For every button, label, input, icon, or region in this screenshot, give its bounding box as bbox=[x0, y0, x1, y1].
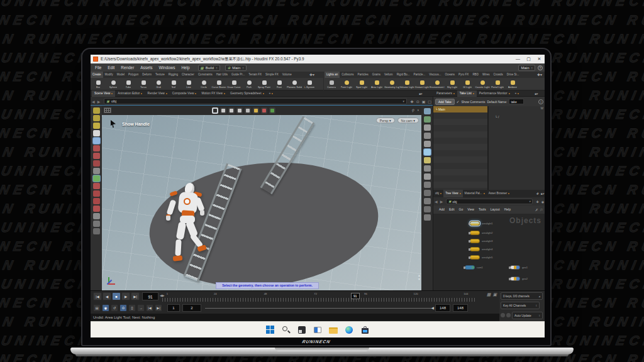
shelf-tab-lights-an[interactable]: Lights an bbox=[325, 72, 340, 78]
pane-tab-take-list[interactable]: Take List bbox=[457, 90, 477, 97]
network-menu-go[interactable]: Go bbox=[457, 206, 465, 214]
key-all-channels-dropdown[interactable]: Key All Channels↕ bbox=[501, 302, 540, 309]
network-editor-canvas[interactable]: Objects arealight1arealight2arealight3ar… bbox=[433, 214, 545, 290]
transport-button-2[interactable]: ■ bbox=[112, 292, 121, 300]
shelf-tab-modify[interactable]: Modify bbox=[103, 72, 115, 78]
global-end-field[interactable]: 148 bbox=[453, 304, 468, 312]
lightbulb-on-icon[interactable] bbox=[424, 149, 431, 155]
paint-select-icon[interactable] bbox=[253, 107, 259, 114]
shelf-tab-constraints[interactable]: Constraints bbox=[196, 72, 214, 78]
points-icon[interactable] bbox=[424, 190, 431, 196]
magnet-tool-icon-2[interactable] bbox=[93, 190, 100, 197]
shelf-tab-vellum[interactable]: Vellum bbox=[382, 72, 395, 78]
pane-tab-geometry-spreadsheet[interactable]: Geometry Spreadsheet bbox=[228, 90, 267, 97]
shelf-tab-polygon[interactable]: Polygon bbox=[126, 72, 140, 78]
shelf-tool-caustic-light[interactable]: Caustic Light bbox=[475, 78, 490, 90]
select-geometry-icon[interactable] bbox=[245, 107, 251, 114]
info-icon[interactable]: ◑ bbox=[416, 108, 419, 112]
transport-button-0[interactable]: |◀ bbox=[93, 292, 102, 300]
shelf-tool-torus[interactable]: Torus bbox=[136, 78, 151, 90]
snapshot-icon[interactable]: ▣ bbox=[421, 99, 427, 104]
keys-dropdown[interactable]: 0 keys, 0/0 channels▴ bbox=[501, 292, 543, 300]
add-shelf-tab-icon[interactable]: ✚▾ bbox=[308, 72, 316, 78]
shelf-tab-rbd[interactable]: RBD bbox=[470, 72, 480, 78]
network-path-field[interactable]: ▣ obj ▾ bbox=[446, 199, 533, 204]
back-arrow-icon[interactable]: ◀ bbox=[91, 99, 96, 104]
shelf-tab-guide-pr[interactable]: Guide Pr... bbox=[230, 72, 247, 78]
network-node-geo2[interactable]: geo2 bbox=[510, 277, 528, 281]
shelf-tool-curve-bezier[interactable]: Curve Bezier bbox=[211, 78, 226, 90]
shelf-tab-hair-utils[interactable]: Hair Utils bbox=[214, 72, 230, 78]
shelf-tab-particle[interactable]: Particle... bbox=[411, 72, 427, 78]
pose-brush-icon[interactable] bbox=[93, 168, 100, 174]
pane-tab-composite-view[interactable]: Composite View bbox=[170, 90, 199, 97]
reader-app-icon[interactable] bbox=[313, 325, 323, 335]
pane-tab-render-view[interactable]: Render View bbox=[145, 90, 169, 97]
shelf-tab-pyro-fx[interactable]: Pyro FX bbox=[457, 72, 470, 78]
laser-select-icon[interactable] bbox=[236, 107, 243, 114]
refresh-icon[interactable] bbox=[506, 313, 511, 317]
close-button[interactable]: ✕ bbox=[534, 55, 545, 63]
shelf-tool-environment-light[interactable]: Environment Light bbox=[430, 78, 445, 90]
shelf-tab-model[interactable]: Model bbox=[115, 72, 126, 78]
menu-edit[interactable]: Edit bbox=[104, 63, 118, 72]
network-tab-obj[interactable]: obj bbox=[433, 190, 443, 197]
shelf-tool-portal-light[interactable]: Portal Light bbox=[490, 78, 505, 90]
start-button-icon[interactable] bbox=[265, 325, 275, 335]
playback-option-2[interactable]: ↺ bbox=[111, 304, 118, 312]
transport-button-1[interactable]: ◀ bbox=[103, 292, 111, 300]
houdini-titlebar[interactable]: E:/Users/Downloads/kinefx_apex_workflow2… bbox=[91, 55, 545, 63]
snap-grid-icon[interactable] bbox=[424, 108, 431, 114]
menu-windows[interactable]: Windows bbox=[155, 63, 178, 72]
pin-icon[interactable]: ✚ bbox=[409, 99, 415, 104]
shelf-tab-simple-fx[interactable]: Simple FX bbox=[264, 72, 280, 78]
lightbulb-off-icon[interactable] bbox=[424, 133, 431, 139]
edge-browser-icon[interactable] bbox=[344, 325, 354, 335]
playback-option-3[interactable]: ⊙ bbox=[119, 304, 127, 312]
magnet-tool-icon-3[interactable] bbox=[93, 198, 100, 204]
display-options-icon[interactable] bbox=[424, 173, 431, 180]
lasso-select-icon[interactable] bbox=[220, 107, 226, 114]
network-menu-add[interactable]: Add bbox=[437, 206, 447, 214]
range-step-field[interactable]: 2 bbox=[182, 304, 201, 312]
loop-select-icon[interactable] bbox=[261, 107, 267, 114]
tools-icon[interactable]: ✗ bbox=[535, 208, 538, 212]
secure-selection-lock-icon[interactable] bbox=[93, 138, 100, 144]
network-node-arealight2[interactable]: arealight2 bbox=[470, 231, 493, 235]
network-menu-help[interactable]: Help bbox=[502, 206, 513, 214]
shelf-tool-null[interactable]: Null bbox=[166, 78, 181, 90]
shelf-tab-collisions[interactable]: Collisions bbox=[340, 72, 355, 78]
pane-tab-[interactable]: + bbox=[513, 90, 522, 97]
shelf-tool-line[interactable]: Line bbox=[181, 78, 196, 90]
transport-button-3[interactable]: ▶ bbox=[121, 292, 130, 300]
network-node-geo1[interactable]: geo1 bbox=[510, 265, 528, 270]
handles-tool-icon[interactable] bbox=[93, 107, 100, 114]
menu-file[interactable]: File bbox=[92, 63, 104, 72]
shelf-tool-sky-light[interactable]: Sky Light bbox=[445, 78, 460, 90]
network-menu-tools[interactable]: Tools bbox=[477, 206, 488, 214]
auto-update-dropdown[interactable]: Auto Update↕ bbox=[512, 312, 543, 319]
pane-tab-scene-view[interactable]: Scene View bbox=[92, 90, 115, 97]
move-tool-icon[interactable] bbox=[93, 145, 100, 151]
misc-tool-icon-2[interactable] bbox=[93, 221, 100, 227]
shelf-tool-spot-light[interactable]: Spot Light bbox=[354, 78, 369, 90]
shelf-tab-rigging[interactable]: Rigging bbox=[167, 72, 180, 78]
network-node-arealight4[interactable]: arealight4 bbox=[470, 247, 493, 251]
network-menu-layout[interactable]: Layout bbox=[489, 206, 502, 214]
pose-tool-icon[interactable] bbox=[93, 115, 100, 121]
scene-selector[interactable]: ⊕ Main ↕ bbox=[225, 65, 247, 71]
shelf-tab-deform[interactable]: Deform bbox=[140, 72, 153, 78]
shelf-tool-font[interactable]: Font bbox=[272, 78, 287, 90]
objects-tool-icon[interactable] bbox=[93, 123, 100, 129]
playback-option-4[interactable]: [] bbox=[128, 304, 136, 312]
shelf-tool-point-light[interactable]: Point Light bbox=[339, 78, 354, 90]
tree-root-item[interactable]: └ / bbox=[495, 115, 499, 119]
path-field[interactable]: ▣ obj ▾ bbox=[104, 98, 406, 104]
shelf-tab-rigid-bo[interactable]: Rigid Bo... bbox=[395, 72, 412, 78]
grid-toggle-icon[interactable] bbox=[424, 206, 431, 212]
microsoft-store-icon[interactable] bbox=[360, 325, 370, 335]
paint-tool-icon[interactable] bbox=[93, 175, 100, 182]
dark-app-icon[interactable] bbox=[297, 325, 307, 335]
normals-icon[interactable] bbox=[424, 198, 431, 204]
add-tab-icon[interactable]: ✚ bbox=[536, 192, 538, 195]
